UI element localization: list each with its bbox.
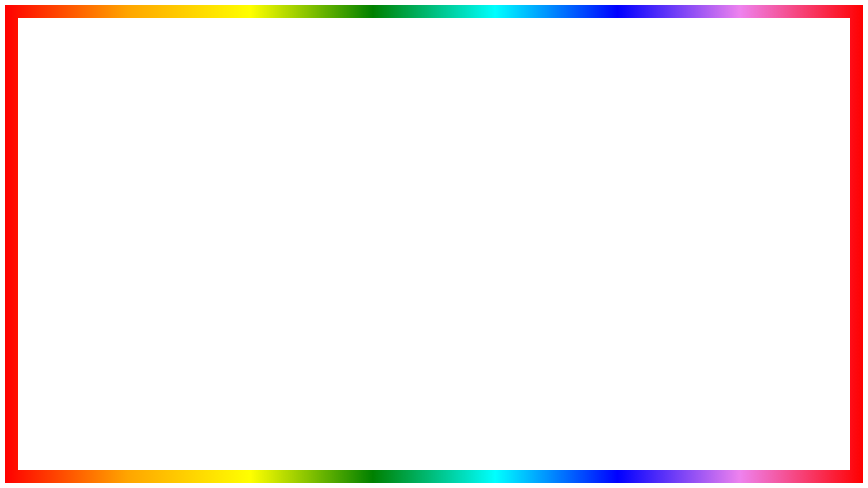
auto-gems-label: Auto Collect Gems [263,315,331,325]
force-stop-button[interactable]: Force Stop [252,421,437,439]
no-slowdown-checkbox[interactable] [60,273,68,281]
boat-speed-value: 10 [237,284,245,293]
delay-value: 0 [433,296,437,306]
auto-sell-checkbox[interactable] [252,273,260,281]
game-window: Sea Cleaning Simulator Main UI Settings … [56,221,441,479]
left-panel: Boat Tinkering No slowdown effect Boat S… [58,256,249,477]
boat-speed-slider-container [60,296,245,308]
auto-sell-label: Auto Sell Trash [263,272,318,282]
right-line1: SO RICH!!! [540,229,842,289]
boat-speed-label: Boat Speed [60,284,234,293]
tab-main[interactable]: Main [58,238,249,255]
window-inner: Sea Cleaning Simulator Main UI Settings … [58,222,440,477]
auto-collect-label: Auto Collect Trash [263,284,330,293]
title-area: SEA CLEANING SIM SCRIPT!! [18,24,850,176]
title-line2: SCRIPT!! [45,100,850,176]
tabs-bar: Main UI Settings [58,238,440,256]
collect-zone-input[interactable] [252,342,437,357]
collect-gems-button[interactable]: Collect Gems [252,401,437,418]
window-titlebar: Sea Cleaning Simulator [58,222,440,238]
root: SEA CLEANING SIM SCRIPT!! SO RICH!!! INF… [0,0,868,488]
disable-dismounting-row: Disable Dismounting [60,364,245,373]
right-line2: INFINITE [540,289,842,348]
panels-area: Boat Tinkering No slowdown effect Boat S… [58,256,440,477]
right-panel: Trash Related Auto Sell Trash Auto Colle… [249,256,440,477]
collect-zone-header: Collect Zone [252,327,437,337]
right-text-area: SO RICH!!! INFINITE SO RICH!!! [540,229,842,408]
delay-label: Trash Collection Delay [252,296,340,306]
auto-sell-row: Auto Sell Trash [252,272,437,282]
auto-gems-row: Auto Collect Gems [252,315,437,325]
trash-related-header: Trash Related [252,260,437,270]
no-slowdown-label: No slowdown effect [72,272,142,282]
auto-collect-checkbox[interactable] [252,285,260,293]
upgrade-boat-button[interactable]: Upgrade Boat [60,323,245,340]
boat-tinkering-header: Boat Tinkering [60,260,245,270]
disable-dismounting-checkbox[interactable] [60,365,68,373]
delay-bar [252,308,437,313]
boat-speed-slider[interactable] [60,300,245,305]
tab-ui-settings[interactable]: UI Settings [249,238,440,255]
modify-speed-row: Modify Boat Speed [60,310,245,319]
sell-trash-button[interactable]: Sell Trash [252,360,437,378]
modify-speed-label: Modify Boat Speed [72,310,140,319]
auto-gems-checkbox[interactable] [252,316,260,324]
right-line3: SO RICH!!! [540,348,842,408]
boat-speed-row: Boat Speed 10 [60,284,245,293]
no-slowdown-row: No slowdown effect [60,272,245,282]
delay-row: Trash Collection Delay 0 [252,296,437,306]
title-line1: SEA CLEANING SIM [45,24,850,100]
collect-trash-button[interactable]: Collect Trash [252,380,437,398]
spawn-boat-button[interactable]: Spawn Boat [60,343,245,361]
window-title: Sea Cleaning Simulator [63,225,149,235]
auto-collect-row: Auto Collect Trash [252,284,437,293]
modify-speed-checkbox[interactable] [60,310,68,319]
disable-dismounting-label: Disable Dismounting [72,364,146,373]
